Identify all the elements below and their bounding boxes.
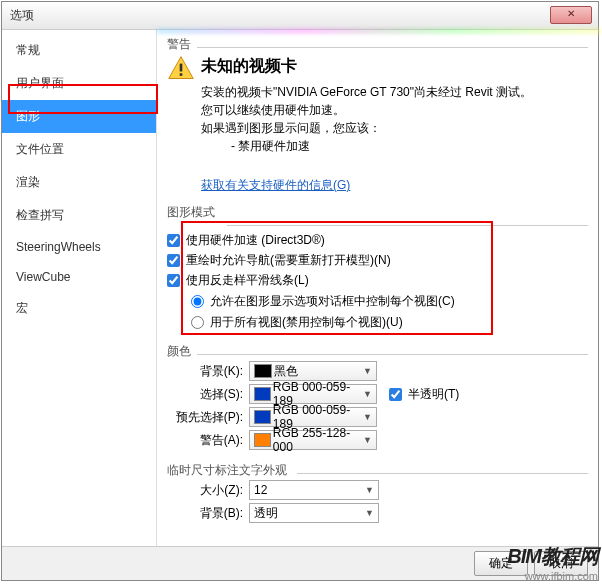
sidebar-item-viewcube[interactable]: ViewCube — [2, 262, 156, 292]
titlebar: 选项 ✕ — [2, 2, 598, 30]
close-button[interactable]: ✕ — [550, 6, 592, 24]
ok-button[interactable]: 确定 — [474, 551, 528, 576]
warn-color-label: 警告(A): — [167, 432, 249, 449]
sidebar-item-steeringwheels[interactable]: SteeringWheels — [2, 232, 156, 262]
sidebar-item-ui[interactable]: 用户界面 — [2, 67, 156, 100]
colors-group: 颜色 背景(K): 黑色▼ 选择(S): RGB 000-059-189▼ 半透… — [167, 343, 588, 450]
sidebar: 常规 用户界面 图形 文件位置 渲染 检查拼写 SteeringWheels V… — [2, 30, 157, 546]
graphics-mode-group: 图形模式 使用硬件加速 (Direct3D®) 重绘时允许导航(需要重新打开模型… — [167, 204, 588, 331]
divider — [297, 473, 588, 474]
warning-title: 未知的视频卡 — [201, 56, 532, 77]
sel-swatch — [254, 387, 271, 401]
cancel-button[interactable]: 取消 — [534, 551, 588, 576]
antialias-checkbox[interactable] — [167, 274, 180, 287]
divider — [197, 47, 588, 48]
hardware-info-link[interactable]: 获取有关支持硬件的信息(G) — [201, 177, 350, 194]
per-view-radio[interactable] — [191, 295, 204, 308]
sidebar-item-spellcheck[interactable]: 检查拼写 — [2, 199, 156, 232]
warning-icon — [167, 54, 195, 85]
all-views-label: 用于所有视图(禁用控制每个视图)(U) — [210, 314, 403, 331]
size-select[interactable]: 12▼ — [249, 480, 379, 500]
sidebar-item-general[interactable]: 常规 — [2, 34, 156, 67]
redraw-nav-label: 重绘时允许导航(需要重新打开模型)(N) — [186, 252, 391, 269]
warning-line4: - 禁用硬件加速 — [231, 137, 532, 155]
warn-color-button[interactable]: RGB 255-128-000▼ — [249, 430, 377, 450]
sidebar-item-macro[interactable]: 宏 — [2, 292, 156, 325]
warning-line3: 如果遇到图形显示问题，您应该： — [201, 119, 532, 137]
hardware-accel-checkbox[interactable] — [167, 234, 180, 247]
size-label: 大小(Z): — [167, 482, 249, 499]
svg-rect-2 — [180, 73, 183, 76]
sidebar-item-render[interactable]: 渲染 — [2, 166, 156, 199]
warning-line2: 您可以继续使用硬件加速。 — [201, 101, 532, 119]
pre-color-button[interactable]: RGB 000-059-189▼ — [249, 407, 377, 427]
content-panel: 警告 未知的视频卡 安装的视频卡"NVIDIA GeForce GT 730"尚… — [157, 30, 598, 546]
graphics-mode-label: 图形模式 — [167, 204, 588, 221]
pre-color-label: 预先选择(P): — [167, 409, 249, 426]
colors-label: 颜色 — [167, 343, 588, 360]
temp-bg-label: 背景(B): — [167, 505, 249, 522]
semitransparent-checkbox[interactable] — [389, 388, 402, 401]
sidebar-item-file-location[interactable]: 文件位置 — [2, 133, 156, 166]
pre-swatch — [254, 410, 271, 424]
per-view-label: 允许在图形显示选项对话框中控制每个视图(C) — [210, 293, 455, 310]
temp-size-group: 临时尺寸标注文字外观 大小(Z): 12▼ 背景(B): 透明▼ — [167, 462, 588, 523]
temp-bg-select[interactable]: 透明▼ — [249, 503, 379, 523]
bg-color-button[interactable]: 黑色▼ — [249, 361, 377, 381]
warning-line1: 安装的视频卡"NVIDIA GeForce GT 730"尚未经过 Revit … — [201, 83, 532, 101]
warning-group-label: 警告 — [167, 36, 588, 53]
sidebar-item-graphics[interactable]: 图形 — [2, 100, 156, 133]
warn-swatch — [254, 433, 271, 447]
sel-color-button[interactable]: RGB 000-059-189▼ — [249, 384, 377, 404]
window-title: 选项 — [10, 7, 34, 24]
temp-size-label: 临时尺寸标注文字外观 — [167, 462, 588, 479]
bg-swatch — [254, 364, 272, 378]
divider — [227, 225, 588, 226]
svg-rect-1 — [180, 64, 183, 72]
hardware-accel-label: 使用硬件加速 (Direct3D®) — [186, 232, 325, 249]
divider — [197, 354, 588, 355]
semitransparent-label: 半透明(T) — [408, 386, 459, 403]
sel-color-label: 选择(S): — [167, 386, 249, 403]
footer: 确定 取消 — [2, 546, 598, 580]
all-views-radio[interactable] — [191, 316, 204, 329]
redraw-nav-checkbox[interactable] — [167, 254, 180, 267]
antialias-label: 使用反走样平滑线条(L) — [186, 272, 309, 289]
bg-color-label: 背景(K): — [167, 363, 249, 380]
